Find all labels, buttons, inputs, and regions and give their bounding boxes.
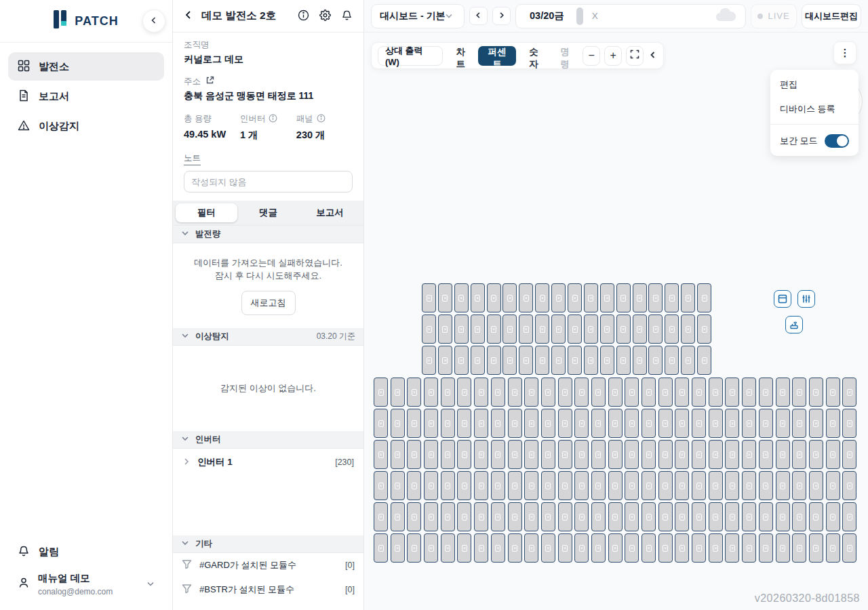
solar-panel[interactable]: ✕	[391, 533, 405, 563]
solar-panel[interactable]: ✕	[591, 409, 606, 438]
tab-filter[interactable]: 필터	[176, 203, 237, 222]
solar-panel[interactable]: ✕	[842, 533, 856, 563]
solar-panel[interactable]: ✕	[474, 502, 488, 531]
solar-panel[interactable]: ✕	[558, 378, 572, 407]
solar-panel[interactable]: ✕	[519, 283, 533, 312]
live-button[interactable]: LIVE	[751, 4, 797, 28]
solar-panel[interactable]: ✕	[535, 346, 549, 375]
solar-panel[interactable]: ✕	[422, 346, 436, 375]
solar-panel[interactable]: ✕	[574, 471, 589, 500]
sidebar-collapse-button[interactable]	[142, 9, 165, 33]
solar-panel[interactable]: ✕	[625, 502, 639, 531]
user-menu[interactable]: 매뉴얼 데모 conalog@demo.com	[8, 565, 164, 599]
solar-panel[interactable]: ✕	[391, 471, 405, 500]
solar-panel[interactable]: ✕	[709, 471, 723, 500]
solar-panel[interactable]: ✕	[675, 440, 689, 469]
section-etc-header[interactable]: 기타	[173, 535, 363, 553]
solar-panel[interactable]: ✕	[591, 471, 606, 500]
solar-panel[interactable]: ✕	[742, 502, 756, 531]
solar-panel[interactable]: ✕	[692, 471, 706, 500]
solar-panel[interactable]: ✕	[616, 346, 631, 375]
solar-panel[interactable]: ✕	[742, 440, 756, 469]
solar-panel[interactable]: ✕	[776, 378, 790, 407]
solar-panel[interactable]: ✕	[742, 378, 756, 407]
solar-panel[interactable]: ✕	[658, 440, 673, 469]
solar-panel[interactable]: ✕	[541, 440, 555, 469]
section-inverter-header[interactable]: 인버터	[173, 431, 363, 449]
solar-panel[interactable]: ✕	[374, 378, 388, 407]
section-generation-header[interactable]: 발전량	[173, 226, 363, 243]
solar-panel[interactable]: ✕	[697, 283, 711, 312]
solar-panel[interactable]: ✕	[574, 440, 589, 469]
date-timeline[interactable]: 03/20금 X	[515, 4, 746, 28]
solar-panel[interactable]: ✕	[742, 471, 756, 500]
solar-panel[interactable]: ✕	[508, 533, 522, 563]
solar-panel[interactable]: ✕	[826, 409, 840, 438]
solar-panel[interactable]: ✕	[424, 440, 438, 469]
solar-panel[interactable]: ✕	[742, 409, 756, 438]
solar-panel[interactable]: ✕	[508, 471, 522, 500]
back-button[interactable]	[184, 10, 193, 22]
solar-panel[interactable]: ✕	[642, 502, 656, 531]
solar-panel[interactable]: ✕	[502, 346, 517, 375]
solar-panel[interactable]: ✕	[591, 533, 606, 563]
solar-panel[interactable]: ✕	[600, 283, 614, 312]
solar-panel[interactable]: ✕	[842, 378, 856, 407]
solar-panel[interactable]: ✕	[759, 378, 773, 407]
solar-panel[interactable]: ✕	[441, 471, 455, 500]
solar-panel[interactable]: ✕	[665, 346, 679, 375]
solar-panel[interactable]: ✕	[474, 440, 488, 469]
solar-panel[interactable]: ✕	[658, 533, 673, 563]
solar-panel[interactable]: ✕	[697, 346, 711, 375]
solar-panel[interactable]: ✕	[454, 346, 469, 375]
solar-panel[interactable]: ✕	[709, 440, 723, 469]
solar-panel[interactable]: ✕	[502, 314, 517, 344]
tab-reports[interactable]: 보고서	[299, 203, 361, 222]
solar-panel[interactable]: ✕	[474, 378, 488, 407]
solar-panel[interactable]: ✕	[424, 502, 438, 531]
dashboard-select[interactable]: 대시보드 - 기본	[371, 4, 465, 28]
solar-panel[interactable]: ✕	[454, 314, 469, 344]
tab-comments[interactable]: 댓글	[237, 203, 299, 222]
solar-panel[interactable]: ✕	[441, 378, 455, 407]
solar-panel[interactable]: ✕	[776, 502, 790, 531]
solar-panel[interactable]: ✕	[809, 533, 823, 563]
solar-panel[interactable]: ✕	[551, 283, 566, 312]
solar-panel[interactable]: ✕	[591, 378, 606, 407]
solar-panel[interactable]: ✕	[487, 346, 501, 375]
solar-panel[interactable]: ✕	[792, 533, 806, 563]
solar-panel[interactable]: ✕	[424, 533, 438, 563]
solar-panel[interactable]: ✕	[438, 314, 452, 344]
solar-panel[interactable]: ✕	[826, 533, 840, 563]
solar-panel[interactable]: ✕	[692, 378, 706, 407]
solar-panel[interactable]: ✕	[374, 440, 388, 469]
solar-panel[interactable]: ✕	[374, 533, 388, 563]
solar-panel[interactable]: ✕	[792, 471, 806, 500]
refresh-button[interactable]: 새로고침	[241, 291, 296, 315]
solar-panel[interactable]: ✕	[681, 346, 695, 375]
solar-panel[interactable]: ✕	[457, 471, 471, 500]
solar-panel[interactable]: ✕	[471, 283, 485, 312]
solar-panel[interactable]: ✕	[665, 314, 679, 344]
solar-panel[interactable]: ✕	[487, 283, 501, 312]
solar-panel[interactable]: ✕	[535, 283, 549, 312]
solar-panel[interactable]: ✕	[759, 502, 773, 531]
solar-panel[interactable]: ✕	[508, 378, 522, 407]
solar-panel[interactable]: ✕	[692, 409, 706, 438]
solar-panel[interactable]: ✕	[759, 471, 773, 500]
solar-panel[interactable]: ✕	[709, 409, 723, 438]
solar-panel[interactable]: ✕	[457, 378, 471, 407]
mode-chart-button[interactable]: 차트	[447, 46, 474, 66]
solar-panel[interactable]: ✕	[675, 533, 689, 563]
solar-panel[interactable]: ✕	[574, 409, 589, 438]
solar-panel[interactable]: ✕	[792, 378, 806, 407]
notifications-button[interactable]	[341, 9, 353, 23]
sidebar-item-anomaly[interactable]: 이상감지	[8, 112, 164, 140]
solar-panel[interactable]: ✕	[471, 346, 485, 375]
solar-panel[interactable]: ✕	[508, 440, 522, 469]
solar-panel[interactable]: ✕	[616, 314, 631, 344]
solar-panel[interactable]: ✕	[558, 409, 572, 438]
solar-panel[interactable]: ✕	[541, 533, 555, 563]
solar-panel[interactable]: ✕	[792, 409, 806, 438]
toolbar-collapse-button[interactable]	[649, 51, 657, 61]
